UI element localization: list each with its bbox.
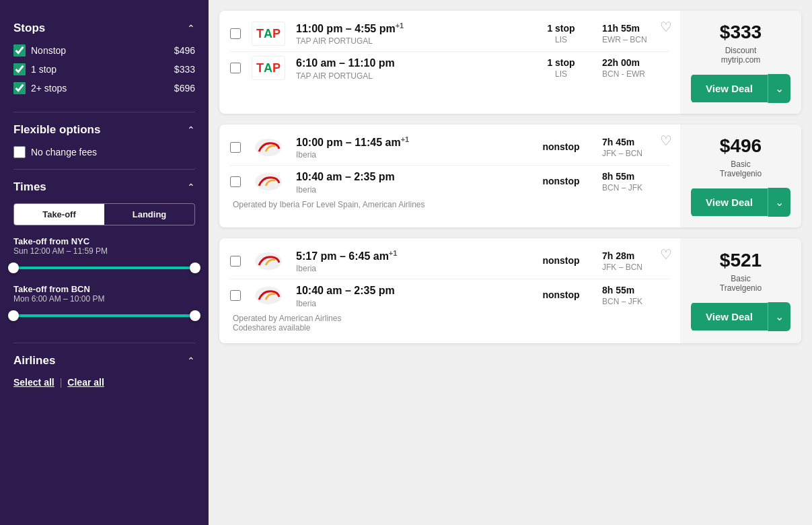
- iberia-logo-3-out: [252, 249, 285, 273]
- view-deal-main-2[interactable]: View Deal: [691, 188, 768, 216]
- range-fill: [13, 267, 195, 269]
- select-flight-2-out[interactable]: [230, 142, 241, 153]
- select-flight-3-in[interactable]: [230, 290, 241, 301]
- flight-duration-3-in: 8h 55m BCN – JFK: [602, 285, 669, 306]
- outbound-row-3: 5:17 pm – 6:45 am+1 Iberia nonstop 7h 28…: [230, 249, 669, 273]
- airlines-chevron-icon: ⌃: [187, 355, 195, 366]
- flight-card-3-right: $521 Basic Travelgenio View Deal ⌄: [680, 238, 801, 343]
- stops-title: Stops: [13, 22, 45, 35]
- select-flight-1-in[interactable]: [230, 63, 241, 73]
- flight-card-1: ♡ TAP 11:00 pm – 4:55 pm+1 TAP AIR PORTU…: [219, 11, 801, 114]
- flight-times-2-in: 10:40 am – 2:35 pm Iberia: [296, 170, 520, 194]
- range-thumb-bcn-min[interactable]: [8, 310, 19, 321]
- flight-duration-1-out: 11h 55m EWR – BCN: [602, 23, 669, 44]
- inbound-row-1: TAP 6:10 am – 11:10 pm TAP AIR PORTUGAL …: [230, 56, 669, 80]
- flight-duration-1-in: 22h 00m BCN - EWR: [602, 57, 669, 79]
- times-chevron-icon: ⌃: [187, 182, 195, 193]
- select-flight-2-in[interactable]: [230, 176, 241, 187]
- flight-duration-2-in: 8h 55m BCN – JFK: [602, 171, 669, 193]
- times-section: Times ⌃ Take-off Landing Take-off from N…: [13, 170, 195, 343]
- nonstop-label: Nonstop: [31, 45, 66, 56]
- no-change-fee-row: No change fees: [13, 146, 195, 158]
- source-1: Discount mytrip.com: [721, 46, 761, 65]
- flight-stops-1-in: 1 stop LIS: [531, 57, 591, 79]
- stops-header: Stops ⌃: [13, 22, 195, 35]
- airlines-header: Airlines ⌃: [13, 354, 195, 368]
- outbound-row-2: 10:00 pm – 11:45 am+1 Iberia nonstop 7h …: [230, 135, 669, 160]
- flight-stops-1-out: 1 stop LIS: [531, 23, 591, 44]
- view-deal-arrow-1[interactable]: ⌄: [768, 74, 790, 103]
- favorite-btn-2[interactable]: ♡: [660, 133, 672, 149]
- operated-by-2: Operated by Iberia For Level Spain, Amer…: [230, 200, 669, 209]
- tap-logo-1-out: TAP: [252, 22, 285, 46]
- nonstop-checkbox[interactable]: [13, 44, 26, 57]
- two-plus-row: 2+ stops $696: [13, 82, 195, 94]
- favorite-btn-3[interactable]: ♡: [660, 246, 672, 262]
- iberia-logo-3-in: [252, 283, 285, 308]
- one-stop-label: 1 stop: [31, 64, 57, 75]
- flight-times-1-in: 6:10 am – 11:10 pm TAP AIR PORTUGAL: [296, 56, 520, 80]
- airline-name-3-in: Iberia: [296, 299, 520, 308]
- airline-name-1-in: TAP AIR PORTUGAL: [296, 71, 520, 81]
- flight-card-1-left: ♡ TAP 11:00 pm – 4:55 pm+1 TAP AIR PORTU…: [219, 11, 680, 114]
- flight-card-3-left: ♡ 5:17 pm – 6:45 am+1 Iberia: [219, 238, 680, 343]
- airline-name-3-out: Iberia: [296, 264, 520, 273]
- airline-name-2-out: Iberia: [296, 150, 520, 160]
- times-toggle: Take-off Landing: [13, 203, 195, 225]
- clear-all-link[interactable]: Clear all: [67, 377, 104, 388]
- flight-stops-3-in: nonstop: [531, 289, 591, 302]
- times-header: Times ⌃: [13, 180, 195, 194]
- view-deal-arrow-3[interactable]: ⌄: [768, 302, 790, 331]
- source-2: Basic Travelgenio: [720, 160, 762, 178]
- takeoff-nyc-range-slider[interactable]: [13, 261, 195, 275]
- one-stop-checkbox[interactable]: [13, 63, 26, 75]
- takeoff-toggle-btn[interactable]: Take-off: [14, 204, 104, 225]
- two-plus-checkbox[interactable]: [13, 82, 26, 94]
- no-change-fees-checkbox[interactable]: [13, 146, 26, 158]
- flight-card-1-right: $333 Discount mytrip.com View Deal ⌄: [680, 11, 801, 114]
- airlines-title: Airlines: [13, 354, 55, 368]
- range-thumb-max[interactable]: [190, 262, 200, 273]
- takeoff-bcn-range-slider[interactable]: [13, 309, 195, 322]
- landing-toggle-btn[interactable]: Landing: [104, 204, 194, 225]
- sidebar: Stops ⌃ Nonstop $496 1 stop $333 2+ stop…: [0, 0, 209, 525]
- two-plus-label: 2+ stops: [31, 83, 67, 94]
- flight-stops-2-in: nonstop: [531, 176, 591, 188]
- flight-stops-2-out: nonstop: [531, 141, 591, 153]
- flight-duration-3-out: 7h 28m JFK – BCN: [602, 250, 669, 272]
- one-stop-price: $333: [174, 64, 195, 75]
- flight-times-3-in: 10:40 am – 2:35 pm Iberia: [296, 283, 520, 308]
- takeoff-nyc-slider-section: Take-off from NYC Sun 12:00 AM – 11:59 P…: [13, 236, 195, 275]
- flight-times-2-out: 10:00 pm – 11:45 am+1 Iberia: [296, 135, 520, 160]
- flight-stops-3-out: nonstop: [531, 255, 591, 267]
- favorite-btn-1[interactable]: ♡: [660, 19, 672, 35]
- flight-card-3: ♡ 5:17 pm – 6:45 am+1 Iberia: [219, 238, 801, 343]
- flight-time-text-2-in: 10:40 am – 2:35 pm: [296, 170, 520, 183]
- flexible-chevron-icon: ⌃: [187, 125, 195, 135]
- range-thumb-bcn-max[interactable]: [190, 310, 200, 321]
- view-deal-main-3[interactable]: View Deal: [691, 303, 768, 330]
- view-deal-btn-2: View Deal ⌄: [691, 188, 790, 217]
- view-deal-main-1[interactable]: View Deal: [691, 75, 768, 102]
- source-3: Basic Travelgenio: [720, 274, 762, 293]
- select-flight-1-out[interactable]: [230, 28, 241, 39]
- range-thumb-min[interactable]: [8, 262, 19, 273]
- view-deal-arrow-2[interactable]: ⌄: [768, 188, 790, 217]
- airlines-actions: Select all | Clear all: [13, 377, 195, 388]
- takeoff-nyc-range: Sun 12:00 AM – 11:59 PM: [13, 246, 195, 256]
- flight-time-text-2-out: 10:00 pm – 11:45 am+1: [296, 135, 520, 149]
- two-plus-price: $696: [174, 83, 195, 94]
- nonstop-row: Nonstop $496: [13, 44, 195, 57]
- select-all-link[interactable]: Select all: [13, 377, 54, 388]
- airlines-section: Airlines ⌃ Select all | Clear all: [13, 343, 195, 398]
- takeoff-bcn-range: Mon 6:00 AM – 10:00 PM: [13, 294, 195, 304]
- no-change-fees-label: No change fees: [31, 147, 97, 158]
- select-flight-3-out[interactable]: [230, 256, 241, 267]
- airline-name-1-out: TAP AIR PORTUGAL: [296, 36, 520, 46]
- airline-name-2-in: Iberia: [296, 185, 520, 195]
- stops-chevron-icon: ⌃: [187, 23, 195, 34]
- pipe-divider: |: [60, 377, 63, 388]
- price-1: $333: [720, 22, 762, 43]
- flight-times-3-out: 5:17 pm – 6:45 am+1 Iberia: [296, 249, 520, 273]
- nonstop-price: $496: [174, 45, 195, 56]
